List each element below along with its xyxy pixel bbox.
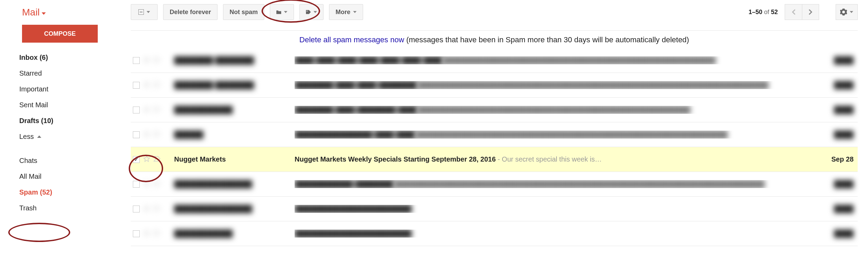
importance-icon[interactable]: [154, 82, 160, 88]
chevron-right-icon: [808, 9, 813, 15]
star-icon[interactable]: [143, 155, 150, 163]
message-date: ████: [816, 205, 854, 213]
message-sender: Nugget Markets: [174, 155, 295, 163]
row-checkbox[interactable]: [133, 82, 140, 89]
row-checkbox[interactable]: [133, 181, 140, 188]
message-subject: ████████ ████ ████ █████████████████████…: [295, 81, 816, 89]
message-subject: ████████████████ ████ ██████████████████…: [295, 131, 816, 139]
star-icon[interactable]: [143, 81, 150, 89]
not-spam-button[interactable]: Not spam: [223, 4, 264, 20]
nav-sent[interactable]: Sent Mail: [0, 97, 83, 113]
tag-icon: [306, 9, 311, 15]
settings-button[interactable]: [836, 4, 858, 20]
message-subject: ████████████████████████: [295, 205, 816, 213]
message-subject: ████████████████████████: [295, 230, 816, 238]
page-of: of: [762, 9, 771, 15]
star-icon[interactable]: [143, 56, 150, 64]
nav-inbox[interactable]: Inbox (6): [0, 50, 83, 65]
message-date: ████: [816, 56, 854, 64]
nav-chats[interactable]: Chats: [0, 153, 83, 168]
importance-icon[interactable]: [154, 206, 160, 212]
row-checkbox[interactable]: [133, 107, 140, 113]
message-date: ████: [816, 131, 854, 139]
star-icon[interactable]: [143, 131, 150, 139]
message-row[interactable]: Nugget MarketsNugget Markets Weekly Spec…: [131, 147, 858, 172]
star-icon[interactable]: [143, 230, 150, 238]
nav-less-label: Less: [19, 133, 34, 140]
nav-less[interactable]: Less: [0, 129, 83, 144]
banner-text: (messages that have been in Spam more th…: [404, 35, 689, 44]
message-row[interactable]: ████████████████████ ████ ████████ █████…: [131, 98, 858, 122]
message-subject: ████ ████ ████ ████ ████ ████ ██████████…: [295, 56, 816, 64]
pagination: 1–50 of 52: [749, 4, 858, 20]
delete-all-spam-link[interactable]: Delete all spam messages now: [299, 35, 404, 44]
message-list: ████████ ████████████ ████ ████ ████ ███…: [131, 48, 858, 246]
page-range: 1–50: [749, 9, 762, 15]
star-icon[interactable]: [143, 180, 150, 188]
caret-down-icon: [314, 11, 317, 13]
nav-gap: [0, 144, 83, 153]
message-subject: ████████████ ███████████████████████████…: [295, 180, 816, 188]
message-sender: ████████████: [174, 106, 295, 114]
importance-icon[interactable]: [154, 131, 160, 138]
labels-button[interactable]: [299, 4, 324, 20]
more-label: More: [336, 9, 350, 16]
caret-up-icon: [37, 135, 41, 138]
caret-down-icon: [147, 11, 150, 13]
importance-icon[interactable]: [154, 230, 160, 237]
caret-down-icon: [353, 11, 357, 13]
message-sender: ██████: [174, 131, 295, 139]
folder-icon: [276, 9, 281, 15]
message-row[interactable]: ████████ ████████████████ ████ ████ ████…: [131, 73, 858, 98]
message-row[interactable]: ████████████████████████████████████████: [131, 221, 858, 246]
message-sender: ████████████████: [174, 180, 295, 188]
star-icon[interactable]: [143, 205, 150, 213]
toolbar: Delete forever Not spam More 1–50 of 52: [131, 4, 858, 20]
importance-icon[interactable]: [154, 181, 160, 187]
next-page-button[interactable]: [802, 4, 819, 20]
nav-important[interactable]: Important: [0, 81, 83, 97]
app-label: Mail: [22, 7, 40, 18]
spam-banner: Delete all spam messages now (messages t…: [131, 30, 858, 44]
row-checkbox[interactable]: [133, 57, 140, 64]
compose-button[interactable]: COMPOSE: [22, 25, 98, 43]
message-subject: Nugget Markets Weekly Specials Starting …: [295, 155, 816, 163]
row-checkbox[interactable]: [133, 206, 140, 212]
row-checkbox[interactable]: [133, 230, 140, 237]
select-dropdown[interactable]: [131, 4, 158, 20]
select-indeterminate-icon: [138, 9, 144, 15]
message-sender: ████████ ████████: [174, 56, 295, 64]
nav-list: Inbox (6) Starred Important Sent Mail Dr…: [0, 50, 83, 216]
row-checkbox[interactable]: [133, 156, 140, 163]
star-icon[interactable]: [143, 106, 150, 114]
delete-forever-button[interactable]: Delete forever: [163, 4, 218, 20]
more-button[interactable]: More: [329, 4, 363, 20]
message-row[interactable]: ████████ ████████████ ████ ████ ████ ███…: [131, 48, 858, 73]
sidebar: Mail COMPOSE Inbox (6) Starred Important…: [0, 0, 83, 216]
message-row[interactable]: ████████████████████████████ ███████████…: [131, 172, 858, 197]
importance-icon[interactable]: [154, 107, 160, 113]
nav-trash[interactable]: Trash: [0, 200, 83, 216]
row-checkbox[interactable]: [133, 131, 140, 138]
nav-starred[interactable]: Starred: [0, 65, 83, 81]
caret-down-icon: [850, 11, 853, 13]
caret-down-icon: [42, 12, 46, 15]
nav-drafts[interactable]: Drafts (10): [0, 113, 83, 129]
message-date: ████: [816, 180, 854, 188]
page-total: 52: [771, 9, 778, 15]
page-count: 1–50 of 52: [749, 9, 778, 16]
nav-allmail[interactable]: All Mail: [0, 168, 83, 184]
prev-page-button[interactable]: [785, 4, 802, 20]
gear-icon: [840, 9, 847, 15]
annotation-oval: [8, 223, 70, 242]
move-to-button[interactable]: [270, 4, 294, 20]
message-row[interactable]: ████████████████████████████████████████…: [131, 197, 858, 221]
nav-spam[interactable]: Spam (52): [0, 184, 83, 200]
importance-icon[interactable]: [154, 57, 160, 64]
message-row[interactable]: ██████████████████████ ████ ████████████…: [131, 122, 858, 147]
message-date: Sep 28: [816, 155, 854, 163]
message-sender: ████████████: [174, 230, 295, 238]
mail-switcher[interactable]: Mail: [0, 7, 83, 25]
caret-down-icon: [284, 11, 287, 13]
importance-icon[interactable]: [154, 156, 160, 163]
